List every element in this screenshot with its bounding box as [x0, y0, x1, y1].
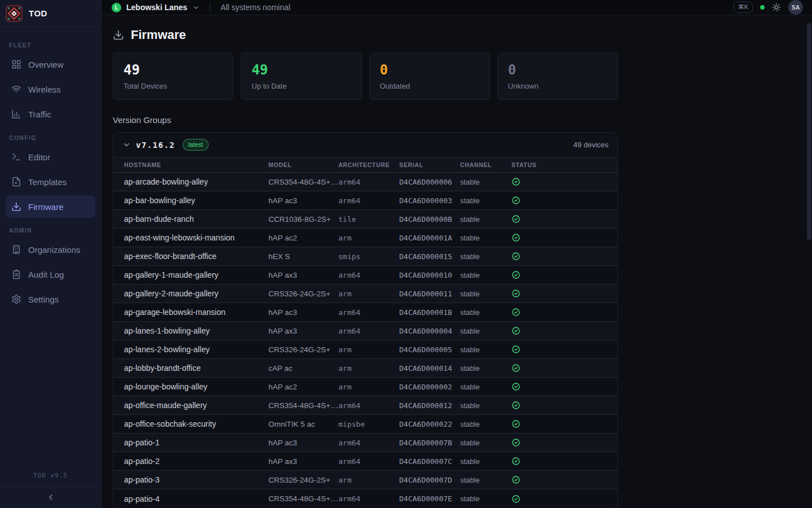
status-ok-icon: [511, 252, 617, 261]
cell-model: CRS326-24G-2S+: [268, 345, 338, 354]
cell-model: CRS354-48G-4S+…: [268, 401, 338, 410]
status-ok-icon: [511, 382, 617, 391]
sidebar-item-label: Audit Log: [28, 270, 64, 279]
cell-hostname: ap-patio-1: [124, 438, 268, 447]
cell-channel: stable: [460, 215, 511, 224]
chevron-down-icon[interactable]: [122, 141, 131, 149]
table-row[interactable]: ap-garage-lebowski-mansion hAP ac3 arm64…: [113, 303, 617, 322]
status-ok-icon: [511, 326, 617, 335]
cell-model: hAP ac3: [268, 196, 338, 205]
cell-hostname: ap-office-sobchak-security: [124, 419, 268, 428]
table-row[interactable]: ap-patio-3 CRS326-24G-2S+ arm D4CA6D0000…: [113, 471, 617, 489]
table-row[interactable]: ap-exec-floor-brandt-office hEX S smips …: [113, 247, 617, 266]
col-header-model: MODEL: [268, 161, 338, 168]
cell-serial: D4CA6D000010: [399, 271, 460, 279]
table-row[interactable]: ap-office-maude-gallery CRS354-48G-4S+… …: [113, 396, 617, 415]
sidebar-item-label: Overview: [28, 60, 64, 69]
cell-channel: stable: [460, 196, 511, 205]
firmware-version: v7.16.2: [136, 141, 175, 150]
status-ok-icon: [511, 457, 617, 466]
section-title: Version Groups: [113, 115, 812, 125]
cell-hostname: ap-patio-3: [124, 475, 268, 484]
clipboard-icon: [11, 269, 21, 279]
table-row[interactable]: ap-lobby-brandt-office cAP ac arm D4CA6D…: [113, 359, 617, 378]
stat-card-up-to-date: 49 Up to Date: [241, 52, 361, 100]
cell-serial: D4CA6D000006: [399, 178, 460, 186]
chevron-left-icon: [46, 493, 55, 502]
cell-serial: D4CA6D00007D: [399, 476, 460, 484]
table-row[interactable]: ap-east-wing-lebowski-mansion hAP ac2 ar…: [113, 229, 617, 247]
table-row[interactable]: ap-lounge-bowling-alley hAP ac2 arm D4CA…: [113, 378, 617, 396]
cell-serial: D4CA6D000004: [399, 327, 460, 335]
sidebar-item-label: Firmware: [28, 202, 64, 212]
cell-channel: stable: [460, 178, 511, 186]
org-avatar: L: [112, 3, 121, 12]
bar-chart-icon: [11, 109, 21, 119]
sidebar-item-editor[interactable]: Editor: [6, 146, 95, 168]
table-row[interactable]: ap-barn-dude-ranch CCR1036-8G-2S+ tile D…: [113, 210, 617, 229]
cell-serial: D4CA6D000011: [399, 290, 460, 298]
cell-architecture: tile: [338, 215, 399, 224]
sidebar-item-audit-log[interactable]: Audit Log: [6, 263, 95, 286]
latest-badge: latest: [183, 139, 209, 151]
cell-channel: stable: [460, 494, 511, 503]
table-row[interactable]: ap-gallery-2-maude-gallery CRS326-24G-2S…: [113, 284, 617, 303]
status-ok-icon: [511, 419, 617, 428]
user-avatar[interactable]: SA: [788, 0, 803, 15]
org-switcher[interactable]: L Lebowski Lanes: [112, 3, 200, 12]
cell-model: hAP ax3: [268, 457, 338, 466]
cell-architecture: mipsbe: [338, 420, 399, 428]
cell-hostname: ap-gallery-1-maude-gallery: [124, 270, 268, 279]
sidebar-item-traffic[interactable]: Traffic: [6, 103, 95, 125]
cell-model: CRS354-48G-4S+…: [268, 178, 338, 186]
cell-serial: D4CA6D000014: [399, 364, 460, 373]
stats-grid: 49 Total Devices 49 Up to Date 0 Outdate…: [113, 52, 618, 100]
version-group-header[interactable]: v7.16.2 latest 49 devices: [113, 133, 617, 157]
stat-label: Total Devices: [123, 82, 223, 90]
sidebar-collapse-button[interactable]: [0, 486, 101, 508]
table-row[interactable]: ap-bar-bowling-alley hAP ac3 arm64 D4CA6…: [113, 191, 617, 210]
download-icon: [11, 202, 21, 212]
cell-serial: D4CA6D000005: [399, 345, 460, 354]
table-row[interactable]: ap-arcade-bowling-alley CRS354-48G-4S+… …: [113, 173, 617, 191]
cell-hostname: ap-patio-4: [124, 494, 268, 503]
table-row[interactable]: ap-lanes-2-bowling-alley CRS326-24G-2S+ …: [113, 340, 617, 359]
cell-model: hAP ax3: [268, 327, 338, 335]
brand-header: TOD: [0, 0, 101, 27]
cell-architecture: arm64: [338, 308, 399, 317]
stat-card-total-devices: 49 Total Devices: [113, 52, 233, 100]
sidebar-item-wireless[interactable]: Wireless: [6, 78, 95, 100]
sidebar-item-overview[interactable]: Overview: [6, 53, 95, 76]
col-header-serial: SERIAL: [399, 161, 460, 168]
stat-value: 49: [251, 63, 351, 77]
table-row[interactable]: ap-gallery-1-maude-gallery hAP ax3 arm64…: [113, 266, 617, 284]
col-header-architecture: ARCHITECTURE: [338, 161, 399, 168]
status-ok-icon: [511, 475, 617, 484]
theme-toggle-button[interactable]: [772, 3, 781, 12]
table-row[interactable]: ap-lanes-1-bowling-alley hAP ax3 arm64 D…: [113, 322, 617, 340]
status-ok-icon: [511, 345, 617, 354]
cell-channel: stable: [460, 234, 511, 242]
stat-card-outdated: 0 Outdated: [369, 52, 490, 100]
command-palette-shortcut[interactable]: ⌘K: [734, 2, 753, 13]
cell-architecture: arm: [338, 290, 399, 298]
page-title: Firmware: [131, 28, 186, 42]
sidebar-item-firmware[interactable]: Firmware: [6, 195, 95, 218]
table-row[interactable]: ap-patio-4 CRS354-48G-4S+… arm64 D4CA6D0…: [113, 489, 617, 508]
version-group-card: v7.16.2 latest 49 devices HOSTNAME MODEL…: [113, 132, 618, 508]
sidebar: TOD FLEET Overview Wireless Traffic CONF…: [0, 0, 102, 508]
cell-hostname: ap-bar-bowling-alley: [124, 196, 268, 205]
sidebar-item-organizations[interactable]: Organizations: [6, 238, 95, 261]
cell-architecture: arm: [338, 364, 399, 373]
cell-channel: stable: [460, 308, 511, 317]
table-row[interactable]: ap-office-sobchak-security OmniTIK 5 ac …: [113, 415, 617, 433]
sidebar-item-templates[interactable]: Templates: [6, 170, 95, 193]
table-row[interactable]: ap-patio-1 hAP ac3 arm64 D4CA6D00007B st…: [113, 433, 617, 452]
cell-channel: stable: [460, 290, 511, 298]
cell-hostname: ap-east-wing-lebowski-mansion: [124, 233, 268, 242]
cell-model: CRS354-48G-4S+…: [268, 494, 338, 503]
table-row[interactable]: ap-patio-2 hAP ax3 arm64 D4CA6D00007C st…: [113, 452, 617, 471]
sidebar-item-settings[interactable]: Settings: [6, 288, 95, 310]
cell-serial: D4CA6D000022: [399, 420, 460, 428]
scrollbar-thumb[interactable]: [807, 23, 811, 240]
